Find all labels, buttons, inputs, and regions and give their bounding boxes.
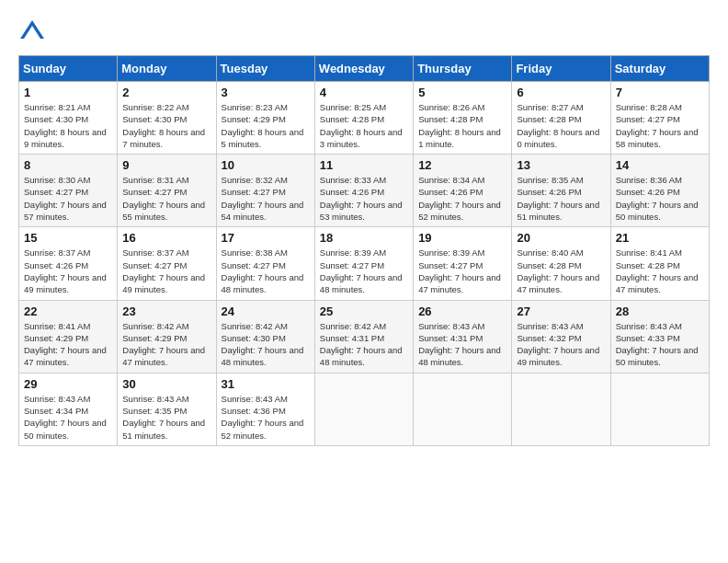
day-cell-8: 8Sunrise: 8:30 AMSunset: 4:27 PMDaylight… bbox=[19, 155, 118, 227]
day-info: Sunrise: 8:25 AMSunset: 4:28 PMDaylight:… bbox=[320, 101, 408, 150]
logo bbox=[18, 18, 51, 46]
day-cell-28: 28Sunrise: 8:43 AMSunset: 4:33 PMDayligh… bbox=[610, 300, 709, 373]
day-info: Sunrise: 8:43 AMSunset: 4:31 PMDaylight:… bbox=[418, 320, 506, 369]
empty-cell bbox=[610, 373, 709, 445]
day-info: Sunrise: 8:42 AMSunset: 4:31 PMDaylight:… bbox=[320, 320, 408, 369]
day-number: 27 bbox=[517, 304, 605, 318]
day-info: Sunrise: 8:21 AMSunset: 4:30 PMDaylight:… bbox=[24, 101, 112, 150]
day-info: Sunrise: 8:43 AMSunset: 4:35 PMDaylight:… bbox=[122, 393, 210, 442]
day-number: 5 bbox=[418, 86, 506, 99]
week-row-3: 15Sunrise: 8:37 AMSunset: 4:26 PMDayligh… bbox=[19, 227, 710, 300]
day-number: 30 bbox=[122, 377, 210, 391]
day-cell-27: 27Sunrise: 8:43 AMSunset: 4:32 PMDayligh… bbox=[512, 300, 610, 373]
day-number: 21 bbox=[616, 231, 704, 245]
week-row-2: 8Sunrise: 8:30 AMSunset: 4:27 PMDaylight… bbox=[19, 155, 710, 227]
day-cell-17: 17Sunrise: 8:38 AMSunset: 4:27 PMDayligh… bbox=[216, 227, 314, 300]
day-cell-25: 25Sunrise: 8:42 AMSunset: 4:31 PMDayligh… bbox=[314, 300, 413, 373]
day-cell-3: 3Sunrise: 8:23 AMSunset: 4:29 PMDaylight… bbox=[216, 82, 314, 155]
day-info: Sunrise: 8:32 AMSunset: 4:27 PMDaylight:… bbox=[222, 174, 310, 223]
day-number: 3 bbox=[222, 86, 310, 99]
week-row-1: 1Sunrise: 8:21 AMSunset: 4:30 PMDaylight… bbox=[19, 82, 710, 155]
day-info: Sunrise: 8:42 AMSunset: 4:30 PMDaylight:… bbox=[222, 320, 310, 369]
day-number: 24 bbox=[222, 304, 310, 318]
day-header-saturday: Saturday bbox=[610, 56, 709, 82]
day-info: Sunrise: 8:37 AMSunset: 4:27 PMDaylight:… bbox=[122, 247, 210, 295]
day-cell-1: 1Sunrise: 8:21 AMSunset: 4:30 PMDaylight… bbox=[19, 82, 118, 155]
day-cell-19: 19Sunrise: 8:39 AMSunset: 4:27 PMDayligh… bbox=[414, 227, 512, 300]
day-info: Sunrise: 8:31 AMSunset: 4:27 PMDaylight:… bbox=[122, 174, 210, 223]
day-cell-2: 2Sunrise: 8:22 AMSunset: 4:30 PMDaylight… bbox=[118, 82, 216, 155]
day-info: Sunrise: 8:27 AMSunset: 4:28 PMDaylight:… bbox=[517, 101, 605, 150]
day-cell-18: 18Sunrise: 8:39 AMSunset: 4:27 PMDayligh… bbox=[314, 227, 413, 300]
day-cell-13: 13Sunrise: 8:35 AMSunset: 4:26 PMDayligh… bbox=[512, 155, 610, 227]
day-number: 2 bbox=[122, 86, 210, 99]
day-number: 4 bbox=[320, 86, 408, 99]
day-header-wednesday: Wednesday bbox=[314, 56, 413, 82]
day-info: Sunrise: 8:33 AMSunset: 4:26 PMDaylight:… bbox=[320, 174, 408, 223]
day-cell-5: 5Sunrise: 8:26 AMSunset: 4:28 PMDaylight… bbox=[414, 82, 512, 155]
empty-cell bbox=[314, 373, 413, 445]
day-number: 1 bbox=[24, 86, 112, 99]
day-cell-22: 22Sunrise: 8:41 AMSunset: 4:29 PMDayligh… bbox=[19, 300, 118, 373]
logo-icon bbox=[18, 18, 46, 46]
day-number: 10 bbox=[222, 158, 310, 172]
day-cell-7: 7Sunrise: 8:28 AMSunset: 4:27 PMDaylight… bbox=[610, 82, 709, 155]
day-number: 17 bbox=[222, 231, 310, 245]
day-info: Sunrise: 8:37 AMSunset: 4:26 PMDaylight:… bbox=[24, 247, 112, 295]
day-info: Sunrise: 8:43 AMSunset: 4:36 PMDaylight:… bbox=[222, 393, 310, 442]
week-row-4: 22Sunrise: 8:41 AMSunset: 4:29 PMDayligh… bbox=[19, 300, 710, 373]
day-cell-24: 24Sunrise: 8:42 AMSunset: 4:30 PMDayligh… bbox=[216, 300, 314, 373]
day-info: Sunrise: 8:39 AMSunset: 4:27 PMDaylight:… bbox=[418, 247, 506, 295]
day-cell-30: 30Sunrise: 8:43 AMSunset: 4:35 PMDayligh… bbox=[118, 373, 216, 445]
day-number: 6 bbox=[517, 86, 605, 99]
day-number: 25 bbox=[320, 304, 408, 318]
day-cell-6: 6Sunrise: 8:27 AMSunset: 4:28 PMDaylight… bbox=[512, 82, 610, 155]
day-info: Sunrise: 8:39 AMSunset: 4:27 PMDaylight:… bbox=[320, 247, 408, 295]
day-info: Sunrise: 8:40 AMSunset: 4:28 PMDaylight:… bbox=[517, 247, 605, 295]
day-info: Sunrise: 8:43 AMSunset: 4:34 PMDaylight:… bbox=[24, 393, 112, 442]
day-number: 23 bbox=[122, 304, 210, 318]
empty-cell bbox=[512, 373, 610, 445]
day-info: Sunrise: 8:23 AMSunset: 4:29 PMDaylight:… bbox=[222, 101, 310, 150]
day-info: Sunrise: 8:35 AMSunset: 4:26 PMDaylight:… bbox=[517, 174, 605, 223]
day-number: 16 bbox=[122, 231, 210, 245]
day-number: 15 bbox=[24, 231, 112, 245]
day-cell-31: 31Sunrise: 8:43 AMSunset: 4:36 PMDayligh… bbox=[216, 373, 314, 445]
day-number: 11 bbox=[320, 158, 408, 172]
day-header-tuesday: Tuesday bbox=[216, 56, 314, 82]
day-number: 14 bbox=[616, 158, 704, 172]
day-cell-14: 14Sunrise: 8:36 AMSunset: 4:26 PMDayligh… bbox=[610, 155, 709, 227]
day-cell-16: 16Sunrise: 8:37 AMSunset: 4:27 PMDayligh… bbox=[118, 227, 216, 300]
week-row-5: 29Sunrise: 8:43 AMSunset: 4:34 PMDayligh… bbox=[19, 373, 710, 445]
day-cell-26: 26Sunrise: 8:43 AMSunset: 4:31 PMDayligh… bbox=[414, 300, 512, 373]
calendar-header-row: SundayMondayTuesdayWednesdayThursdayFrid… bbox=[19, 56, 710, 82]
day-cell-15: 15Sunrise: 8:37 AMSunset: 4:26 PMDayligh… bbox=[19, 227, 118, 300]
day-info: Sunrise: 8:26 AMSunset: 4:28 PMDaylight:… bbox=[418, 101, 506, 150]
day-cell-21: 21Sunrise: 8:41 AMSunset: 4:28 PMDayligh… bbox=[610, 227, 709, 300]
day-info: Sunrise: 8:28 AMSunset: 4:27 PMDaylight:… bbox=[616, 101, 704, 150]
day-info: Sunrise: 8:22 AMSunset: 4:30 PMDaylight:… bbox=[122, 101, 210, 150]
day-number: 26 bbox=[418, 304, 506, 318]
day-number: 13 bbox=[517, 158, 605, 172]
day-info: Sunrise: 8:41 AMSunset: 4:29 PMDaylight:… bbox=[24, 320, 112, 369]
day-number: 22 bbox=[24, 304, 112, 318]
day-cell-23: 23Sunrise: 8:42 AMSunset: 4:29 PMDayligh… bbox=[118, 300, 216, 373]
day-cell-11: 11Sunrise: 8:33 AMSunset: 4:26 PMDayligh… bbox=[314, 155, 413, 227]
calendar-table: SundayMondayTuesdayWednesdayThursdayFrid… bbox=[18, 55, 710, 446]
day-cell-4: 4Sunrise: 8:25 AMSunset: 4:28 PMDaylight… bbox=[314, 82, 413, 155]
day-info: Sunrise: 8:30 AMSunset: 4:27 PMDaylight:… bbox=[24, 174, 112, 223]
day-info: Sunrise: 8:43 AMSunset: 4:32 PMDaylight:… bbox=[517, 320, 605, 369]
day-info: Sunrise: 8:42 AMSunset: 4:29 PMDaylight:… bbox=[122, 320, 210, 369]
day-number: 8 bbox=[24, 158, 112, 172]
day-cell-29: 29Sunrise: 8:43 AMSunset: 4:34 PMDayligh… bbox=[19, 373, 118, 445]
day-number: 31 bbox=[222, 377, 310, 391]
day-cell-9: 9Sunrise: 8:31 AMSunset: 4:27 PMDaylight… bbox=[118, 155, 216, 227]
day-number: 19 bbox=[418, 231, 506, 245]
day-header-thursday: Thursday bbox=[414, 56, 512, 82]
day-info: Sunrise: 8:38 AMSunset: 4:27 PMDaylight:… bbox=[222, 247, 310, 295]
day-info: Sunrise: 8:36 AMSunset: 4:26 PMDaylight:… bbox=[616, 174, 704, 223]
day-cell-12: 12Sunrise: 8:34 AMSunset: 4:26 PMDayligh… bbox=[414, 155, 512, 227]
page-header bbox=[18, 15, 710, 46]
day-number: 18 bbox=[320, 231, 408, 245]
day-number: 28 bbox=[616, 304, 704, 318]
